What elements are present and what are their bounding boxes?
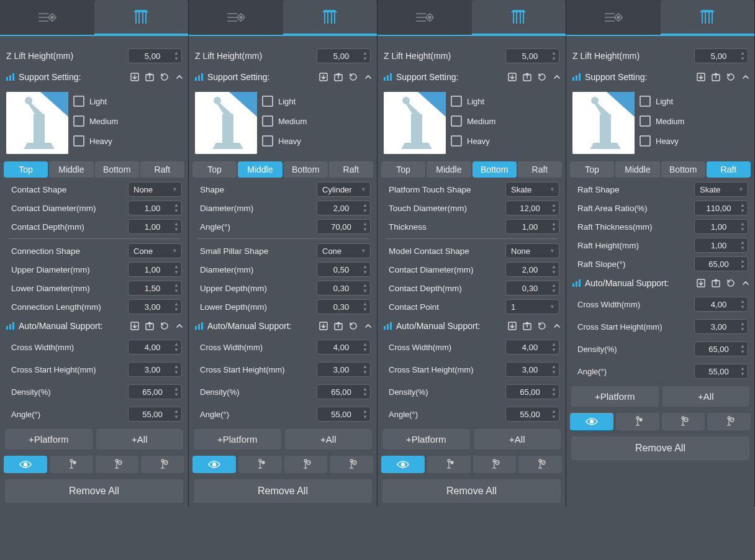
check-light[interactable]: Light xyxy=(73,96,118,107)
spin-down-icon[interactable]: ▼ xyxy=(361,307,369,312)
spin-down-icon[interactable]: ▼ xyxy=(173,370,180,375)
spin-up-icon[interactable]: ▲ xyxy=(739,344,746,349)
tab-raft[interactable]: Raft xyxy=(707,161,751,178)
spin-down-icon[interactable]: ▼ xyxy=(361,56,369,61)
number-input[interactable]: ▲▼ xyxy=(128,281,182,296)
number-input[interactable]: ▲▼ xyxy=(317,299,371,314)
spin-up-icon[interactable]: ▲ xyxy=(173,283,180,288)
tab-top[interactable]: Top xyxy=(4,161,48,178)
dropdown[interactable]: Cone▼ xyxy=(317,243,371,258)
number-input[interactable]: ▲▼ xyxy=(694,341,748,356)
number-input[interactable]: ▲▼ xyxy=(128,219,182,234)
support-edit-button[interactable] xyxy=(330,456,373,473)
spin-up-icon[interactable]: ▲ xyxy=(361,283,369,288)
support-remove-button[interactable] xyxy=(662,413,705,430)
spin-up-icon[interactable]: ▲ xyxy=(550,222,558,227)
dropdown[interactable]: Skate▼ xyxy=(505,182,559,197)
spin-up-icon[interactable]: ▲ xyxy=(550,203,558,208)
spin-down-icon[interactable]: ▼ xyxy=(361,392,369,397)
number-input[interactable]: ▲▼ xyxy=(505,340,559,355)
spin-up-icon[interactable]: ▲ xyxy=(550,409,558,414)
import-icon[interactable] xyxy=(506,320,518,332)
visibility-button[interactable] xyxy=(381,456,425,473)
number-input[interactable]: ▲▼ xyxy=(317,407,371,422)
number-input[interactable]: ▲▼ xyxy=(128,48,182,63)
spin-down-icon[interactable]: ▼ xyxy=(739,209,746,214)
tab-settings[interactable] xyxy=(189,0,283,35)
check-light[interactable]: Light xyxy=(262,96,307,107)
remove-all-button[interactable]: Remove All xyxy=(5,479,183,503)
spin-up-icon[interactable]: ▲ xyxy=(361,342,369,347)
support-remove-button[interactable] xyxy=(96,456,139,473)
export-icon[interactable] xyxy=(521,71,533,83)
tab-supports[interactable] xyxy=(472,0,566,35)
spin-down-icon[interactable]: ▼ xyxy=(173,348,180,353)
number-input[interactable]: ▲▼ xyxy=(505,262,559,277)
import-icon[interactable] xyxy=(695,277,707,289)
spin-down-icon[interactable]: ▼ xyxy=(550,289,558,294)
spin-down-icon[interactable]: ▼ xyxy=(361,415,369,420)
import-icon[interactable] xyxy=(506,71,518,83)
check-medium[interactable]: Medium xyxy=(451,115,495,127)
tab-supports[interactable] xyxy=(283,0,378,35)
collapse-icon[interactable] xyxy=(551,320,563,332)
spin-up-icon[interactable]: ▲ xyxy=(173,264,180,269)
spin-up-icon[interactable]: ▲ xyxy=(173,409,180,414)
check-medium[interactable]: Medium xyxy=(262,115,307,127)
tab-settings[interactable] xyxy=(566,0,661,35)
support-mode-1-button[interactable] xyxy=(50,456,93,473)
spin-down-icon[interactable]: ▼ xyxy=(550,348,558,353)
platform-button[interactable]: +Platform xyxy=(571,386,659,407)
number-input[interactable]: ▲▼ xyxy=(317,281,371,296)
all-button[interactable]: +All xyxy=(474,429,561,449)
visibility-button[interactable] xyxy=(570,413,613,430)
spin-down-icon[interactable]: ▼ xyxy=(361,289,369,294)
tab-middle[interactable]: Middle xyxy=(49,161,93,178)
spin-down-icon[interactable]: ▼ xyxy=(550,227,558,232)
number-input[interactable]: ▲▼ xyxy=(317,362,371,377)
spin-up-icon[interactable]: ▲ xyxy=(739,203,746,208)
spin-down-icon[interactable]: ▼ xyxy=(173,270,180,275)
spin-up-icon[interactable]: ▲ xyxy=(739,322,746,327)
tab-bottom[interactable]: Bottom xyxy=(284,161,328,178)
spin-up-icon[interactable]: ▲ xyxy=(173,342,180,347)
reset-icon[interactable] xyxy=(725,71,737,83)
all-button[interactable]: +All xyxy=(285,429,373,449)
tab-supports[interactable] xyxy=(94,0,189,35)
support-remove-button[interactable] xyxy=(284,456,328,473)
number-input[interactable]: ▲▼ xyxy=(694,319,748,334)
number-input[interactable]: ▲▼ xyxy=(694,364,748,379)
dropdown[interactable]: Cone▼ xyxy=(128,243,182,258)
spin-up-icon[interactable]: ▲ xyxy=(361,302,369,307)
spin-up-icon[interactable]: ▲ xyxy=(550,283,558,288)
number-input[interactable]: ▲▼ xyxy=(505,407,559,422)
number-input[interactable]: ▲▼ xyxy=(128,262,182,277)
support-mode-1-button[interactable] xyxy=(427,456,471,473)
tab-top[interactable]: Top xyxy=(570,161,614,178)
tab-middle[interactable]: Middle xyxy=(238,161,282,178)
number-input[interactable]: ▲▼ xyxy=(317,262,371,277)
number-input[interactable]: ▲▼ xyxy=(694,201,748,215)
reset-icon[interactable] xyxy=(536,71,548,83)
spin-up-icon[interactable]: ▲ xyxy=(361,409,369,414)
spin-down-icon[interactable]: ▼ xyxy=(361,348,369,353)
collapse-icon[interactable] xyxy=(173,71,186,83)
number-input[interactable]: ▲▼ xyxy=(317,201,371,215)
dropdown[interactable]: Cylinder▼ xyxy=(317,182,371,197)
number-input[interactable]: ▲▼ xyxy=(128,407,182,422)
support-edit-button[interactable] xyxy=(518,456,562,473)
spin-down-icon[interactable]: ▼ xyxy=(361,270,369,275)
remove-all-button[interactable]: Remove All xyxy=(382,479,561,503)
export-icon[interactable] xyxy=(143,71,156,83)
reset-icon[interactable] xyxy=(347,320,359,332)
import-icon[interactable] xyxy=(695,71,707,83)
spin-up-icon[interactable]: ▲ xyxy=(739,366,746,371)
number-input[interactable]: ▲▼ xyxy=(128,201,182,215)
number-input[interactable]: ▲▼ xyxy=(505,219,559,234)
dropdown[interactable]: Skate▼ xyxy=(694,182,748,197)
tab-bottom[interactable]: Bottom xyxy=(661,161,705,178)
spin-down-icon[interactable]: ▼ xyxy=(550,370,558,375)
spin-up-icon[interactable]: ▲ xyxy=(173,222,180,227)
collapse-icon[interactable] xyxy=(739,71,752,83)
collapse-icon[interactable] xyxy=(173,320,186,332)
